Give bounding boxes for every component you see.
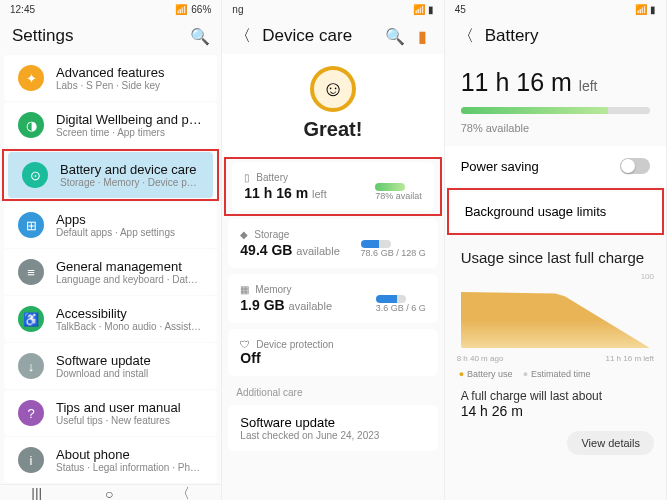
item-icon: ⊙ [22, 162, 48, 188]
storage-icon: ◆ [240, 229, 248, 240]
status-face: ☺ Great! [222, 54, 443, 157]
memory-icon: ▦ [240, 284, 249, 295]
status-text: Great! [304, 118, 363, 141]
memory-bar [376, 295, 406, 303]
settings-screen: 12:45 📶 66% Settings 🔍 ✦Advanced feature… [0, 0, 222, 500]
item-subtitle: Language and keyboard · Date and time [56, 274, 203, 285]
settings-item[interactable]: ⊞AppsDefault apps · App settings [4, 202, 217, 248]
item-title: General management [56, 259, 203, 274]
storage-bar [361, 240, 391, 248]
smile-icon: ☺ [310, 66, 356, 112]
chart-axis: 8 h 40 m ago11 h 16 m left [445, 352, 666, 365]
device-care-screen: ng📶 ▮ 〈 Device care 🔍 ▮ ☺ Great! ▯Batter… [222, 0, 444, 500]
item-title: Software update [56, 353, 203, 368]
home-button[interactable]: ○ [105, 486, 113, 500]
view-details-button[interactable]: View details [567, 431, 654, 455]
item-icon: ≡ [18, 259, 44, 285]
item-icon: ♿ [18, 306, 44, 332]
battery-value: 11 h 16 m left [244, 185, 326, 201]
search-icon[interactable]: 🔍 [386, 27, 404, 45]
settings-item[interactable]: iAbout phoneStatus · Legal information ·… [4, 437, 217, 483]
settings-item[interactable]: ≡General managementLanguage and keyboard… [4, 249, 217, 295]
item-title: Apps [56, 212, 203, 227]
status-bar: 45📶 ▮ [445, 0, 666, 18]
settings-item[interactable]: ⊙Battery and device careStorage · Memory… [8, 152, 213, 198]
power-saving-toggle[interactable] [620, 158, 650, 174]
item-subtitle: Storage · Memory · Device protection [60, 177, 199, 188]
page-title: Settings [12, 26, 181, 46]
highlight-battery: ▯Battery 11 h 16 m left 78% availat [224, 157, 441, 216]
back-icon[interactable]: 〈 [234, 27, 252, 45]
item-subtitle: Status · Legal information · Phone name [56, 462, 203, 473]
settings-item[interactable]: ✦Advanced featuresLabs · S Pen · Side ke… [4, 55, 217, 101]
item-title: Battery and device care [60, 162, 199, 177]
item-icon: ⊞ [18, 212, 44, 238]
recents-button[interactable]: ||| [31, 486, 42, 500]
highlight-bg-limits: Background usage limits [447, 188, 664, 235]
page-title: Device care [262, 26, 375, 46]
shield-icon: 🛡 [240, 339, 250, 350]
item-icon: ↓ [18, 353, 44, 379]
item-subtitle: Download and install [56, 368, 203, 379]
item-icon: ? [18, 400, 44, 426]
settings-item[interactable]: ↓Software updateDownload and install [4, 343, 217, 389]
settings-list: ✦Advanced featuresLabs · S Pen · Side ke… [0, 54, 221, 484]
android-navbar: ||| ○ 〈 [0, 484, 221, 500]
item-icon: i [18, 447, 44, 473]
chart-legend: Battery use Estimated time [445, 365, 666, 383]
status-icons: 📶 66% [175, 4, 211, 15]
power-saving-row[interactable]: Power saving [445, 146, 666, 186]
item-title: Advanced features [56, 65, 203, 80]
bg-usage-limits-row[interactable]: Background usage limits [449, 192, 662, 231]
battery-screen: 45📶 ▮ 〈 Battery 11 h 16 m left 78% avail… [445, 0, 667, 500]
battery-pct: 78% available [445, 120, 666, 144]
item-title: About phone [56, 447, 203, 462]
battery-card[interactable]: ▯Battery 11 h 16 m left 78% availat [232, 162, 433, 211]
item-subtitle: TalkBack · Mono audio · Assistant menu [56, 321, 203, 332]
settings-item[interactable]: ◑Digital Wellbeing and parental controls… [4, 102, 217, 148]
forecast: A full charge will last about 14 h 26 m [445, 383, 666, 425]
search-icon[interactable]: 🔍 [191, 27, 209, 45]
status-bar: ng📶 ▮ [222, 0, 443, 18]
item-subtitle: Screen time · App timers [56, 127, 203, 138]
time-remaining: 11 h 16 m left [445, 54, 666, 101]
item-title: Tips and user manual [56, 400, 203, 415]
battery-bar [375, 183, 405, 191]
item-title: Accessibility [56, 306, 203, 321]
battery-header: 〈 Battery [445, 18, 666, 54]
memory-card[interactable]: ▦Memory 1.9 GB available 3.6 GB / 6 G [228, 274, 437, 323]
status-bar: 12:45 📶 66% [0, 0, 221, 18]
settings-item[interactable]: ♿AccessibilityTalkBack · Mono audio · As… [4, 296, 217, 342]
item-subtitle: Useful tips · New features [56, 415, 203, 426]
item-icon: ◑ [18, 112, 44, 138]
storage-card[interactable]: ◆Storage 49.4 GB available 78.6 GB / 128… [228, 219, 437, 268]
back-button[interactable]: 〈 [176, 485, 190, 500]
item-title: Digital Wellbeing and parental controls [56, 112, 203, 127]
settings-item[interactable]: ?Tips and user manualUseful tips · New f… [4, 390, 217, 436]
back-icon[interactable]: 〈 [457, 27, 475, 45]
item-subtitle: Labs · S Pen · Side key [56, 80, 203, 91]
battery-progress [461, 107, 650, 114]
software-update-card[interactable]: Software update Last checked on June 24,… [228, 405, 437, 451]
item-icon: ✦ [18, 65, 44, 91]
protection-card[interactable]: 🛡Device protection Off [228, 329, 437, 376]
item-subtitle: Default apps · App settings [56, 227, 203, 238]
page-title: Battery [485, 26, 654, 46]
usage-chart [461, 278, 650, 348]
usage-title: Usage since last full charge [445, 235, 666, 274]
settings-header: Settings 🔍 [0, 18, 221, 54]
bars-icon[interactable]: ▮ [414, 27, 432, 45]
additional-care-label: Additional care [222, 379, 443, 402]
clock: 12:45 [10, 4, 35, 15]
battery-icon: ▯ [244, 172, 250, 183]
device-care-header: 〈 Device care 🔍 ▮ [222, 18, 443, 54]
